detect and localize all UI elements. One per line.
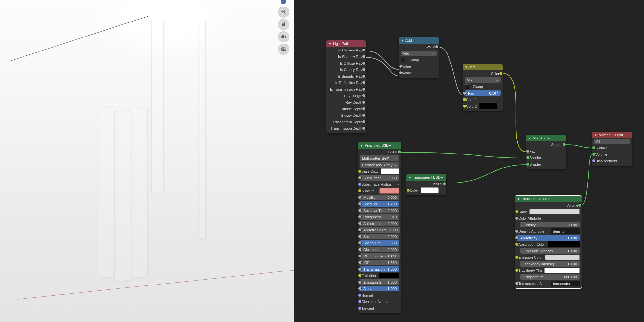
color-swatch[interactable]: [548, 242, 580, 247]
input-socket[interactable]: [358, 300, 361, 303]
color-socket[interactable]: [463, 105, 466, 108]
input-socket[interactable]: [515, 230, 518, 233]
zoom-icon[interactable]: [278, 7, 289, 18]
value-socket[interactable]: [362, 101, 365, 104]
volume-socket[interactable]: [592, 153, 595, 156]
input-socket[interactable]: [358, 209, 361, 212]
camera-icon[interactable]: [278, 31, 289, 42]
shader-socket[interactable]: [526, 163, 529, 166]
value-socket[interactable]: [362, 81, 365, 84]
3d-viewport[interactable]: [0, 0, 294, 322]
color-swatch[interactable]: [421, 187, 439, 193]
number-field[interactable]: Anisotropic Ro..0.000: [360, 227, 400, 233]
input-socket[interactable]: [358, 196, 361, 199]
value-socket[interactable]: [362, 120, 365, 123]
principled-bsdf-node[interactable]: ▾ Principled BSDF BSDF Multiscatter GGX⌄…: [358, 142, 401, 313]
value-socket[interactable]: [362, 75, 365, 78]
node-header[interactable]: ▾ Principled Volume: [515, 196, 582, 202]
transparent-bsdf-node[interactable]: ▾ Transparent BSDF BSDF Color: [406, 174, 446, 195]
clamp-checkbox[interactable]: [465, 84, 469, 89]
input-socket[interactable]: [358, 307, 361, 310]
fac-field[interactable]: Fac0.307: [465, 90, 501, 96]
number-field[interactable]: Specular1.200: [360, 201, 399, 207]
input-socket[interactable]: [358, 287, 361, 290]
number-field[interactable]: Clearcoat0.000: [360, 247, 399, 252]
value-socket[interactable]: [435, 45, 438, 48]
fac-socket[interactable]: [463, 92, 466, 95]
input-socket[interactable]: [358, 268, 361, 271]
input-socket[interactable]: [515, 243, 518, 246]
input-socket[interactable]: [358, 274, 361, 277]
node-header[interactable]: ▾ Add: [399, 37, 439, 44]
blend-dropdown[interactable]: Mix⌄: [465, 77, 501, 83]
distribution-dropdown[interactable]: Multiscatter GGX⌄: [360, 155, 399, 161]
value-socket[interactable]: [362, 55, 365, 58]
input-socket[interactable]: [358, 235, 361, 238]
value-socket[interactable]: [362, 127, 365, 130]
node-header[interactable]: ▾ Principled BSDF: [358, 142, 401, 149]
number-field[interactable]: Alpha1.000: [360, 286, 399, 291]
text-field[interactable]: temperature: [551, 281, 580, 286]
value-socket[interactable]: [399, 65, 402, 68]
text-field[interactable]: density: [551, 228, 580, 234]
volume-socket[interactable]: [578, 204, 581, 207]
number-field[interactable]: Clearcoat Rou..0.030: [360, 253, 400, 259]
color-socket[interactable]: [499, 72, 502, 75]
pan-icon[interactable]: [278, 19, 289, 30]
input-socket[interactable]: [358, 215, 361, 218]
bsdf-socket[interactable]: [443, 182, 446, 185]
input-socket[interactable]: [358, 183, 361, 186]
value-socket[interactable]: [362, 62, 365, 65]
material-output-node[interactable]: ▾ Material Output All⌄ Surface Volume Di…: [592, 132, 632, 166]
mix-shader-node[interactable]: ▾ Mix Shader Shader Fac Shader Shader: [526, 135, 566, 169]
input-socket[interactable]: [358, 176, 361, 179]
color-socket[interactable]: [463, 98, 466, 101]
number-field[interactable]: Subsurface0.000: [360, 175, 399, 181]
input-socket[interactable]: [358, 170, 361, 173]
operation-dropdown[interactable]: Add⌄: [401, 51, 437, 56]
input-socket[interactable]: [358, 189, 361, 192]
axis-gizmo-dot[interactable]: [281, 0, 286, 4]
number-field[interactable]: Specular Tint0.000: [360, 208, 399, 213]
number-field[interactable]: Transmission1.000: [360, 266, 399, 272]
mix-rgb-node[interactable]: ▾ Mix Color Mix⌄ Clamp Fac0.307 Color1 C…: [463, 64, 503, 111]
input-socket[interactable]: [358, 222, 361, 225]
node-editor[interactable]: ▾ Light Path Is Camera RayIs Shadow RayI…: [294, 0, 644, 322]
bsdf-socket[interactable]: [398, 150, 401, 153]
light-path-node[interactable]: ▾ Light Path Is Camera RayIs Shadow RayI…: [326, 40, 366, 133]
color2-swatch[interactable]: [479, 103, 497, 109]
input-socket[interactable]: [515, 236, 518, 239]
node-header[interactable]: ▾ Mix: [463, 64, 503, 70]
surface-socket[interactable]: [592, 146, 595, 149]
clamp-checkbox[interactable]: [401, 58, 405, 62]
number-field[interactable]: Sheen0.000: [360, 234, 399, 239]
number-field[interactable]: Emission Strength0.000: [520, 248, 580, 254]
color-swatch[interactable]: [379, 188, 399, 194]
input-socket[interactable]: [515, 210, 518, 213]
input-socket[interactable]: [515, 269, 518, 272]
node-header[interactable]: ▾ Mix Shader: [526, 135, 566, 141]
input-socket[interactable]: [515, 282, 518, 285]
input-socket[interactable]: [358, 294, 361, 297]
number-field[interactable]: Temperature1000.000: [520, 274, 580, 280]
input-socket[interactable]: [358, 202, 361, 205]
value-socket[interactable]: [399, 71, 402, 74]
number-field[interactable]: Roughness0.010: [360, 214, 399, 220]
number-field[interactable]: Anisotropy0.000: [517, 235, 580, 241]
displacement-socket[interactable]: [592, 159, 595, 162]
target-dropdown[interactable]: All⌄: [594, 139, 630, 144]
input-socket[interactable]: [358, 242, 361, 244]
color-swatch[interactable]: [545, 255, 580, 260]
number-field[interactable]: Blackbody Intensity0.000: [520, 261, 580, 267]
number-field[interactable]: Anisotropic0.000: [360, 221, 399, 226]
input-socket[interactable]: [358, 248, 361, 251]
value-socket[interactable]: [362, 107, 365, 110]
input-socket[interactable]: [358, 281, 361, 284]
number-field[interactable]: Density1.000: [520, 222, 580, 227]
value-socket[interactable]: [362, 94, 365, 97]
value-socket[interactable]: [362, 49, 365, 51]
math-add-node[interactable]: ▾ Add Value Add⌄ Clamp Value Value: [399, 37, 439, 78]
sss-dropdown[interactable]: Christensen-Burley⌄: [360, 162, 399, 168]
node-header[interactable]: ▾ Light Path: [326, 40, 366, 47]
number-field[interactable]: Metallic0.000: [360, 195, 399, 200]
